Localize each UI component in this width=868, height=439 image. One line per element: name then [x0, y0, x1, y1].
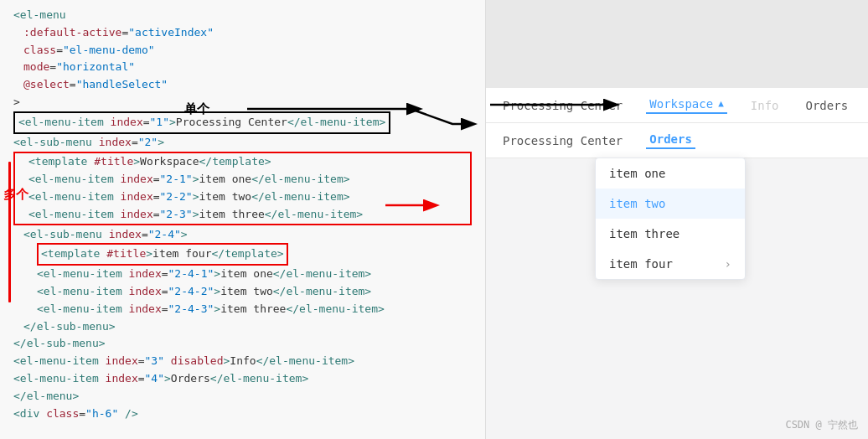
annotation-single: 单个	[184, 99, 209, 119]
menu-item-orders-2[interactable]: Orders	[646, 132, 695, 149]
dropdown-item-one-label: item one	[609, 167, 665, 180]
code-line-single: <el-menu-item index="1">Processing Cente…	[0, 111, 485, 134]
code-line: >	[0, 94, 485, 111]
dropdown-item-one[interactable]: item one	[596, 158, 745, 189]
code-line: <el-menu-item index="2-4-1">item one</el…	[0, 266, 485, 283]
dropdown-item-four-arrow: ›	[725, 257, 731, 271]
code-line: <el-menu-item index="3" disabled>Info</e…	[0, 353, 485, 370]
workspace-label: Workspace	[649, 97, 713, 111]
code-line: <el-sub-menu index="2-4">	[0, 226, 485, 244]
code-line: </el-menu>	[0, 388, 485, 405]
menu-item-info: Info	[747, 99, 783, 112]
code-line: <el-menu	[0, 7, 485, 24]
code-line: <el-menu-item index="2-3">item three</el…	[18, 206, 467, 224]
dropdown-item-three[interactable]: item three	[596, 219, 745, 249]
dropdown-item-four[interactable]: item four ›	[596, 249, 745, 279]
right-panel: Processing Center Workspace ▲ Info Order…	[486, 0, 868, 439]
workspace-arrow-icon: ▲	[718, 98, 724, 109]
menu-bar-top: Processing Center Workspace ▲ Info Order…	[486, 88, 868, 123]
code-line: <el-menu-item index="2-2">item two</el-m…	[18, 189, 467, 206]
code-line: <el-menu-item index="2-1">item one</el-m…	[18, 171, 467, 189]
dropdown-item-two[interactable]: item two	[596, 189, 745, 219]
code-line: :default-active="activeIndex"	[0, 24, 485, 42]
code-line: <el-menu-item index="4">Orders</el-menu-…	[0, 370, 485, 388]
code-line: <el-menu-item index="2-4-3">item three</…	[0, 301, 485, 318]
dropdown-item-three-label: item three	[609, 227, 679, 240]
code-editor: <el-menu :default-active="activeIndex" c…	[0, 0, 486, 439]
watermark: CSDN @ 宁然也	[785, 418, 858, 432]
code-line: </el-sub-menu>	[0, 318, 485, 336]
menu-bar-second: Processing Center Orders	[486, 123, 868, 158]
code-line: <template #title>Workspace</template>	[18, 153, 467, 171]
code-line: </el-sub-menu>	[0, 335, 485, 353]
code-line: @select="handleSelect"	[0, 76, 485, 94]
menu-item-processing-2[interactable]: Processing Center	[499, 134, 626, 147]
menu-item-orders[interactable]: Orders	[803, 99, 852, 112]
red-border	[8, 162, 11, 302]
code-line: class="el-menu-demo"	[0, 42, 485, 59]
dropdown-item-four-label: item four	[609, 257, 673, 271]
code-line: <el-sub-menu index="2">	[0, 134, 485, 152]
code-line: mode="horizontal"	[0, 59, 485, 76]
gray-block	[486, 0, 868, 88]
code-line: <div class="h-6" />	[0, 405, 485, 423]
menu-item-processing[interactable]: Processing Center	[499, 99, 626, 112]
dropdown-menu: item one item two item three item four ›	[595, 158, 746, 280]
menu-item-workspace[interactable]: Workspace ▲	[646, 97, 726, 114]
code-line: <template #title>item four</template>	[0, 243, 485, 266]
annotation-multi: 多个	[3, 184, 28, 204]
dropdown-item-two-label: item two	[609, 197, 665, 210]
code-line: <el-menu-item index="2-4-2">item two</el…	[0, 283, 485, 301]
